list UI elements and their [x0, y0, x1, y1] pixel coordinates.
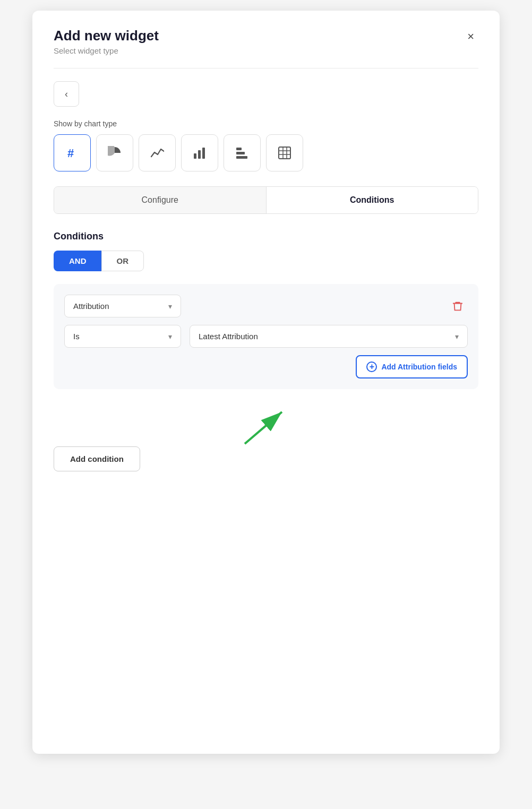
modal: Add new widget Select widget type × ‹ Sh…: [32, 11, 500, 754]
svg-rect-4: [236, 148, 242, 150]
modal-header: Add new widget Select widget type ×: [54, 28, 478, 55]
svg-rect-7: [279, 147, 290, 159]
chart-type-hbar[interactable]: [224, 134, 261, 171]
svg-rect-2: [198, 150, 201, 159]
delete-condition-button[interactable]: [448, 296, 468, 316]
pie-icon: [108, 146, 122, 160]
header-divider: [54, 68, 478, 68]
tab-configure[interactable]: Configure: [54, 187, 267, 213]
chart-type-table[interactable]: [266, 134, 303, 171]
modal-subtitle: Select widget type: [54, 46, 159, 55]
condition-row-3: + Add Attribution fields: [64, 355, 468, 378]
or-button[interactable]: OR: [101, 251, 144, 271]
condition-row-1: Attribution ▾: [64, 295, 468, 317]
condition-row-2: Is ▾ Latest Attribution ▾: [64, 325, 468, 348]
svg-text:#: #: [67, 147, 74, 160]
svg-rect-6: [236, 156, 247, 159]
table-icon: [278, 146, 291, 160]
line-icon: [150, 146, 164, 160]
arrow-annotation: [54, 400, 478, 442]
latest-attribution-chevron-icon: ▾: [455, 332, 459, 341]
hbar-icon: [235, 146, 249, 160]
svg-rect-3: [202, 148, 205, 159]
chart-type-line[interactable]: [139, 134, 176, 171]
chart-type-pie[interactable]: [96, 134, 133, 171]
and-button[interactable]: AND: [54, 251, 101, 271]
svg-rect-5: [236, 152, 245, 154]
attribution-chevron-icon: ▾: [168, 302, 172, 311]
and-or-toggle: AND OR: [54, 251, 478, 271]
tabs: Configure Conditions: [54, 186, 478, 214]
modal-title-group: Add new widget Select widget type: [54, 28, 159, 55]
svg-rect-1: [194, 153, 196, 159]
conditions-section: Conditions AND OR Attribution ▾: [54, 231, 478, 471]
trash-icon: [452, 300, 464, 312]
add-condition-button[interactable]: Add condition: [54, 446, 140, 471]
is-chevron-icon: ▾: [168, 332, 172, 341]
chart-type-bar[interactable]: [181, 134, 218, 171]
chart-type-label: Show by chart type: [54, 119, 478, 128]
is-select[interactable]: Is ▾: [64, 325, 181, 348]
latest-attribution-select[interactable]: Latest Attribution ▾: [190, 325, 468, 348]
close-button[interactable]: ×: [463, 28, 478, 46]
back-button[interactable]: ‹: [54, 81, 79, 107]
chart-type-buttons: #: [54, 134, 478, 171]
conditions-title: Conditions: [54, 231, 478, 242]
plus-circle-icon: +: [366, 362, 377, 372]
condition-card: Attribution ▾ Is ▾ Latest Attribution ▾: [54, 284, 478, 389]
add-attribution-fields-button[interactable]: + Add Attribution fields: [356, 355, 468, 378]
tab-conditions[interactable]: Conditions: [267, 187, 478, 213]
chart-type-number[interactable]: #: [54, 134, 91, 171]
bar-icon: [193, 146, 207, 160]
modal-title: Add new widget: [54, 28, 159, 44]
svg-line-13: [245, 412, 282, 444]
green-arrow-svg: [213, 404, 319, 446]
attribution-select[interactable]: Attribution ▾: [64, 295, 181, 317]
hash-icon: #: [65, 146, 79, 160]
